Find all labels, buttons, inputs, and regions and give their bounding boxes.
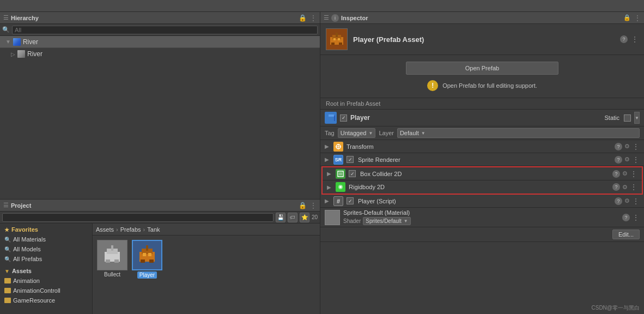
svg-rect-9 (149, 259, 154, 263)
hierarchy-more-icon[interactable]: ⋮ (310, 14, 317, 22)
asset-player[interactable]: Player (132, 240, 162, 279)
edit-button[interactable]: Edit... (612, 230, 640, 239)
sprite-expand-icon: ▶ (325, 156, 330, 162)
tag-layer-row: Tag Untagged ▼ Layer Default ▼ (320, 126, 644, 140)
sidebar-all-materials[interactable]: 🔍 All Materials (0, 234, 92, 244)
hierarchy-header: ☰ Hierarchy 🔒 ⋮ (0, 12, 320, 24)
tag-dropdown[interactable]: Untagged ▼ (338, 128, 376, 138)
script-checkbox[interactable] (347, 197, 354, 204)
inspector-more-icon[interactable]: ⋮ (634, 14, 641, 22)
layer-dropdown[interactable]: Default ▼ (397, 128, 640, 138)
sidebar-all-prefabs[interactable]: 🔍 All Prefabs (0, 254, 92, 264)
script-more-icon[interactable]: ⋮ (632, 197, 640, 206)
component-sprite-renderer[interactable]: ▶ SR Sprite Renderer ? ⚙ ⋮ (320, 153, 644, 166)
collider-checkbox[interactable] (349, 170, 356, 177)
svg-point-28 (339, 186, 342, 188)
assets-expand-icon: ▼ (4, 268, 10, 274)
component-player-script[interactable]: ▶ # Player (Script) ? ⚙ ⋮ (320, 195, 644, 208)
sidebar-animation[interactable]: Animation (0, 276, 92, 286)
script-help-icon[interactable]: ? (615, 197, 622, 205)
project-more-icon[interactable]: ⋮ (310, 202, 317, 209)
shader-dropdown[interactable]: Sprites/Default ▼ (363, 217, 411, 225)
sidebar-animation-controller[interactable]: AnimationControll (0, 286, 92, 295)
svg-rect-8 (141, 259, 145, 263)
transform-icon (333, 142, 343, 152)
hierarchy-content: ▼ River ▷ River (0, 36, 320, 199)
rigidbody-help-icon[interactable]: ? (612, 183, 620, 191)
project-title: Project (11, 202, 31, 209)
inspector-menu-icon[interactable]: ☰ (324, 14, 329, 21)
material-info: Sprites-Default (Material) Shader Sprite… (343, 209, 618, 225)
transform-settings-icon[interactable]: ⚙ (624, 143, 630, 150)
svg-rect-11 (148, 253, 151, 256)
player-name-row: Player Static ▼ (320, 110, 644, 126)
collider-name: Box Collider 2D (360, 171, 608, 177)
sprite-icon: SR (333, 155, 343, 165)
prefab-help-icon[interactable]: ? (620, 35, 628, 43)
hierarchy-lock-icon[interactable]: 🔒 (299, 14, 307, 22)
project-save-btn[interactable]: 💾 (276, 213, 285, 222)
sprite-more-icon[interactable]: ⋮ (632, 155, 640, 164)
svg-rect-15 (331, 43, 335, 45)
collider-icon (336, 169, 345, 179)
static-dropdown[interactable]: ▼ (634, 112, 640, 124)
project-tag-btn[interactable]: 🏷 (288, 213, 297, 222)
warning-icon: ! (427, 80, 438, 91)
highlighted-group: ▶ Box Collider 2D ? ⚙ ⋮ (321, 166, 643, 195)
project-assets-grid: Bullect (93, 235, 320, 283)
asset-player-thumbnail (132, 240, 162, 270)
sidebar-game-resource[interactable]: GameResource (0, 295, 92, 305)
hierarchy-menu-icon[interactable]: ☰ (3, 14, 9, 21)
transform-more-icon[interactable]: ⋮ (632, 142, 640, 151)
open-prefab-button[interactable]: Open Prefab (406, 62, 558, 75)
hierarchy-child-item[interactable]: ▷ River (0, 48, 320, 60)
breadcrumb-sep-1: › (116, 226, 118, 233)
sidebar-all-models[interactable]: 🔍 All Models (0, 244, 92, 254)
material-name: Sprites-Default (Material) (343, 209, 618, 216)
prefab-more-icon[interactable]: ⋮ (631, 35, 639, 44)
favorites-star-icon: ★ (4, 227, 9, 233)
sidebar-assets-header[interactable]: ▼ Assets (0, 266, 92, 276)
hierarchy-root-item[interactable]: ▼ River (0, 36, 320, 48)
collider-more-icon[interactable]: ⋮ (630, 170, 637, 178)
material-more-icon[interactable]: ⋮ (632, 213, 640, 222)
project-menu-icon[interactable]: ☰ (3, 202, 9, 209)
project-star-btn[interactable]: ⭐ (300, 213, 309, 222)
transform-help-icon[interactable]: ? (615, 143, 622, 150)
transform-expand-icon: ▶ (325, 143, 330, 149)
svg-rect-7 (146, 245, 148, 251)
hierarchy-child-label: River (27, 50, 42, 58)
svg-rect-16 (339, 43, 342, 45)
rigidbody-more-icon[interactable]: ⋮ (630, 183, 637, 191)
hierarchy-title: Hierarchy (11, 15, 39, 21)
collider-settings-icon[interactable]: ⚙ (622, 170, 628, 177)
project-search-input[interactable] (2, 213, 274, 222)
component-rigidbody[interactable]: ▶ Rigidbody 2D ? ⚙ ⋮ (323, 180, 642, 194)
script-expand-icon: ▶ (325, 198, 330, 204)
collider-help-icon[interactable]: ? (612, 170, 620, 178)
rigidbody-settings-icon[interactable]: ⚙ (622, 184, 628, 191)
project-lock-icon[interactable]: 🔒 (299, 202, 307, 209)
sprite-help-icon[interactable]: ? (615, 156, 622, 164)
component-transform[interactable]: ▶ Transform ? ⚙ ⋮ (320, 140, 644, 153)
player-checkbox[interactable] (340, 114, 347, 122)
svg-rect-2 (111, 245, 113, 251)
inspector-info-icon: i (331, 14, 339, 22)
static-label: Static (604, 114, 619, 121)
rigidbody-expand-icon: ▶ (327, 184, 332, 190)
component-box-collider[interactable]: ▶ Box Collider 2D ? ⚙ ⋮ (323, 167, 642, 180)
sidebar-favorites[interactable]: ★ Favorites (0, 225, 92, 234)
sprite-settings-icon[interactable]: ⚙ (624, 156, 630, 163)
script-settings-icon[interactable]: ⚙ (624, 197, 630, 204)
material-row: Sprites-Default (Material) Shader Sprite… (320, 208, 644, 227)
static-checkbox[interactable] (624, 114, 631, 122)
inspector-lock-icon[interactable]: 🔒 (623, 14, 631, 21)
sprite-checkbox[interactable] (347, 156, 354, 163)
layer-chevron-icon: ▼ (421, 131, 426, 136)
prefab-title: Player (Prefab Asset) (353, 35, 615, 44)
material-help-icon[interactable]: ? (622, 214, 630, 221)
rigidbody-icon (336, 182, 345, 192)
asset-bullect[interactable]: Bullect (97, 240, 127, 279)
asset-player-label: Player (137, 271, 157, 279)
hierarchy-search-input[interactable] (12, 26, 318, 34)
